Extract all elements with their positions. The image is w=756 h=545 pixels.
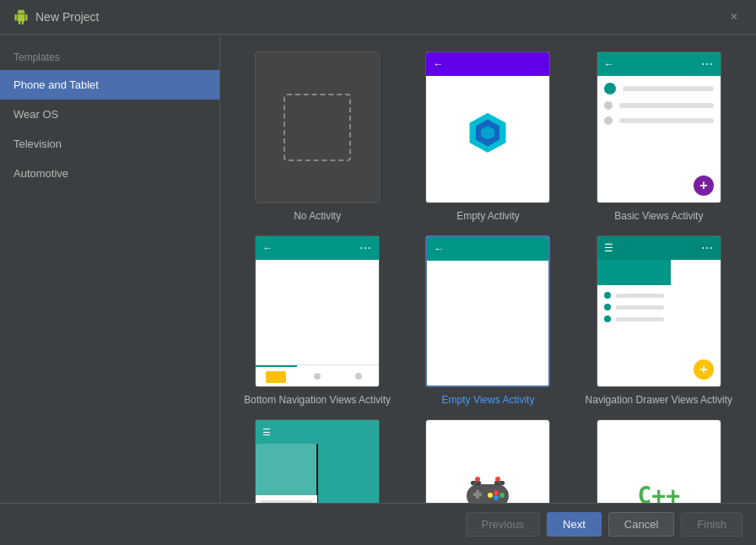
template-game[interactable]: Game Activity xyxy=(411,419,564,503)
previous-button[interactable]: Previous xyxy=(466,512,541,537)
empty-views-bar: ← xyxy=(427,237,548,261)
basic-views-bar: ← ⋯ xyxy=(597,52,721,76)
game-preview xyxy=(426,420,549,503)
template-responsive[interactable]: ☰ ↗ xyxy=(240,419,394,503)
empty-activity-bar: ← xyxy=(426,52,549,76)
template-bottom-nav-label: Bottom Navigation Views Activity xyxy=(244,394,391,406)
cancel-button[interactable]: Cancel xyxy=(608,512,674,537)
nav-drawer-bar: ☰ ⋯ xyxy=(597,236,721,260)
sidebar-item-automotive[interactable]: Automotive xyxy=(0,159,219,188)
empty-activity-body xyxy=(426,76,549,202)
template-nav-drawer[interactable]: ☰ ⋯ xyxy=(582,235,736,406)
template-no-activity[interactable]: No Activity xyxy=(240,51,394,222)
finish-button[interactable]: Finish xyxy=(681,512,742,537)
template-nav-drawer-label: Navigation Drawer Views Activity xyxy=(586,394,733,406)
cpp-preview: C++ xyxy=(597,420,721,503)
nav-drawer-body: + xyxy=(597,260,721,386)
bottom-nav-body xyxy=(256,260,379,364)
close-button[interactable]: × xyxy=(726,8,742,25)
bottom-nav-bar: ← ⋯ xyxy=(256,236,379,260)
android-logo-icon xyxy=(14,9,29,24)
svg-point-8 xyxy=(494,495,499,500)
template-empty-activity-label: Empty Activity xyxy=(456,210,520,222)
template-empty-views-label: Empty Views Activity xyxy=(442,394,535,406)
sidebar-section-label: Templates xyxy=(0,41,219,70)
template-empty-views[interactable]: ← Empty Views Activity xyxy=(411,235,564,406)
templates-grid: No Activity ← xyxy=(220,35,756,503)
template-basic-views[interactable]: ← ⋯ xyxy=(582,51,736,222)
template-bottom-nav[interactable]: ← ⋯ xyxy=(240,235,394,406)
bottom-bar: Previous Next Cancel Finish xyxy=(0,503,756,545)
empty-views-body xyxy=(427,261,548,386)
template-empty-activity[interactable]: ← xyxy=(411,51,564,222)
basic-views-body: + xyxy=(597,76,721,202)
svg-point-9 xyxy=(488,493,493,498)
sidebar-item-wear-os[interactable]: Wear OS xyxy=(0,100,219,129)
content-area: Templates Phone and Tablet Wear OS Telev… xyxy=(0,35,756,503)
new-project-dialog: New Project × Templates Phone and Tablet… xyxy=(0,0,756,545)
svg-point-6 xyxy=(494,490,499,495)
bottom-nav-bar-items xyxy=(256,364,379,386)
title-bar: New Project × xyxy=(0,0,756,35)
dialog-title: New Project xyxy=(35,10,99,24)
sidebar-item-television[interactable]: Television xyxy=(0,129,219,159)
template-no-activity-label: No Activity xyxy=(294,210,341,222)
svg-rect-5 xyxy=(476,490,479,499)
next-button[interactable]: Next xyxy=(547,512,602,537)
no-activity-placeholder xyxy=(284,94,351,161)
svg-point-7 xyxy=(500,493,505,498)
template-basic-views-label: Basic Views Activity xyxy=(614,210,703,222)
template-cpp[interactable]: C++ Native C++ xyxy=(582,419,736,503)
sidebar-item-phone-tablet[interactable]: Phone and Tablet xyxy=(0,70,219,100)
sidebar: Templates Phone and Tablet Wear OS Telev… xyxy=(0,35,220,503)
